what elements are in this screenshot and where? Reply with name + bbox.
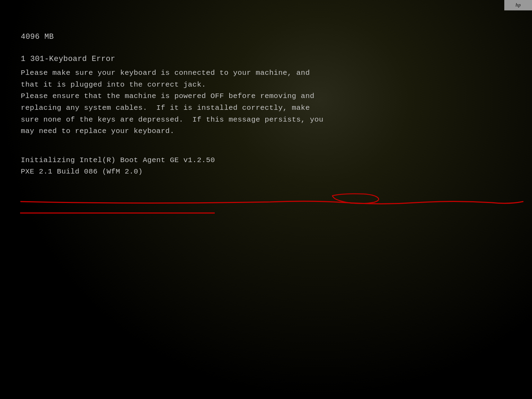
- error-body: Please make sure your keyboard is connec…: [21, 67, 499, 137]
- error-line-5: sure none of the keys are depressed. If …: [21, 114, 499, 126]
- memory-value: 4096 MB: [21, 33, 54, 41]
- hp-logo: hp: [504, 0, 532, 10]
- error-line-4: replacing any system cables. If it is in…: [21, 102, 499, 114]
- boot-section: Initializing Intel(R) Boot Agent GE v1.2…: [21, 154, 511, 178]
- boot-line-2: PXE 2.1 Build 086 (WfM 2.0): [21, 166, 511, 178]
- error-line-3: Please ensure that the machine is powere…: [21, 90, 499, 102]
- memory-display: 4096 MB: [21, 31, 511, 43]
- boot-line-1: Initializing Intel(R) Boot Agent GE v1.2…: [21, 154, 511, 166]
- error-section: 1 301-Keyboard Error Please make sure yo…: [21, 53, 511, 137]
- bios-content: 4096 MB 1 301-Keyboard Error Please make…: [21, 31, 511, 178]
- bios-screen: hp 4096 MB 1 301-Keyboard Error Please m…: [0, 0, 532, 399]
- error-line-2: that it is plugged into the correct jack…: [21, 79, 499, 91]
- error-line-1: Please make sure your keyboard is connec…: [21, 67, 499, 79]
- error-line-6: may need to replace your keyboard.: [21, 125, 499, 137]
- error-code: 1 301-Keyboard Error: [21, 53, 511, 65]
